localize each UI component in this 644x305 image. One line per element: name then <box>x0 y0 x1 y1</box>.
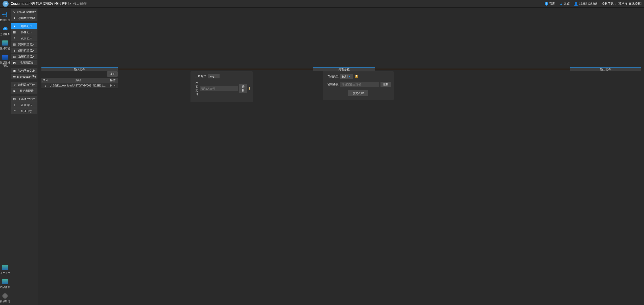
sidebar-item-1[interactable]: 🎙原始数据管理 <box>11 15 37 21</box>
row-settings-icon[interactable]: ⚙ <box>109 84 112 87</box>
image-icon: ▦ <box>13 31 16 34</box>
auth-value: [顾桐洋 在线授权] <box>618 2 641 6</box>
bars-icon: ⫼ <box>13 49 16 52</box>
workflow-step-output: 输出文件 <box>570 67 641 71</box>
table-row: 1 共2条D:\download\ASTGTMV003_N22E113\ASTG… <box>41 83 118 88</box>
params-panel: 三角算法 vcg ▼ 水面文件 选择 ? <box>190 71 253 102</box>
rail-label: 数据处理 <box>0 19 10 22</box>
sidebar-item-0[interactable]: ⚙数据处理流程图 <box>11 9 37 15</box>
sidebar-item-label: 实例模型切片 <box>17 42 36 46</box>
outpath-label: 输出路径 <box>325 82 339 86</box>
sidebar-item-label: 数据库配置 <box>17 89 36 93</box>
workflow-step-params: 处理参数 <box>313 67 375 71</box>
box-icon: ▣ <box>13 69 16 72</box>
settings-link[interactable]: ⚙ 设置 <box>559 2 570 6</box>
output-panel: 存储类型 散列 ▼ ? 输出路径 选择 提交处理 <box>323 71 394 100</box>
sidebar-item-8[interactable]: ◩地形高度图 <box>11 60 37 65</box>
main-content: 输入文件 处理参数 输出文件 添加 序号 路径 操作 <box>38 8 644 305</box>
storage-label: 存储类型 <box>325 75 339 78</box>
app-header: LAB CesiumLab地理信息基础数据处理平台 V3.1.5最新 ? 帮助 … <box>0 0 644 8</box>
svg-point-5 <box>6 16 7 17</box>
rail-3dview-new[interactable]: 新版三维可视 <box>0 52 10 69</box>
rail-distribute[interactable]: 分发服务 <box>0 24 10 38</box>
sidebar-menu: ⚙数据处理流程图🎙原始数据管理▲地形切片▦影像切片⁘点云切片◫实例模型切片⫼倾斜… <box>10 8 38 305</box>
sidebar-item-label: 倾斜模型切片 <box>17 49 36 52</box>
outpath-choose-button[interactable]: 选择 <box>380 82 391 87</box>
storage-value: 散列 <box>342 75 348 78</box>
rail-label: 新版三维可视 <box>0 61 10 67</box>
algo-label: 三角算法 <box>193 74 206 78</box>
chart-icon: ⫿ <box>13 103 16 106</box>
output-path-input[interactable] <box>340 82 379 87</box>
chevron-down-icon: ▼ <box>215 75 217 77</box>
sidebar-item-label: 处理日志 <box>17 109 36 113</box>
svg-point-3 <box>6 13 7 14</box>
sidebar-item-6[interactable]: ⫼倾斜模型切片 <box>11 48 37 53</box>
col-seq: 序号 <box>41 78 49 83</box>
help-link[interactable]: ? 帮助 <box>545 2 555 6</box>
sidebar-item-4[interactable]: ⁘点云切片 <box>11 35 37 41</box>
cell-path: 共2条D:\download\ASTGTMV003_N22E113\ASTGTM… <box>49 83 108 88</box>
help-label: 帮助 <box>549 2 555 6</box>
cell-seq: 1 <box>41 83 49 88</box>
app-title: CesiumLab地理信息基础数据处理平台 <box>11 2 71 6</box>
water-file-input[interactable] <box>200 86 238 91</box>
chevron-down-icon: ▼ <box>349 75 351 78</box>
sidebar-item-label: 数据处理流程图 <box>17 10 36 14</box>
row-delete-icon[interactable]: ✕ <box>114 84 116 87</box>
building-icon: ▥ <box>13 55 16 58</box>
rail-3dview[interactable]: 三维可视 <box>0 38 10 52</box>
settings-label: 设置 <box>564 2 570 6</box>
sidebar-item-label: 原始数据管理 <box>17 16 36 20</box>
sidebar-item-11[interactable]: ↻散列紧凑互转 <box>11 82 37 88</box>
cube-icon: ◫ <box>13 43 16 46</box>
rail-label: 分发服务 <box>0 33 10 36</box>
sidebar-item-14[interactable]: ⫿正在运行 <box>11 102 37 108</box>
sidebar-item-13[interactable]: ▤工具使用统计 <box>11 96 37 102</box>
sidebar-item-label: 地形切片 <box>17 24 36 28</box>
sidebar-item-label: Revit导出CLM <box>17 69 36 73</box>
rail-products[interactable]: 产品体系 <box>0 277 10 291</box>
water-choose-button[interactable]: 选择 <box>239 84 247 93</box>
svg-point-4 <box>3 14 4 15</box>
left-rail: 数据处理 分发服务 三维可视 新版三维可视 开发人员 <box>0 8 10 305</box>
sidebar-item-3[interactable]: ▦影像切片 <box>11 29 37 35</box>
rail-developers[interactable]: 开发人员 <box>0 263 10 277</box>
mic-icon: 🎙 <box>13 16 16 19</box>
storage-dropdown[interactable]: 散列 ▼ <box>340 74 353 79</box>
help-icon[interactable]: ? <box>355 75 358 78</box>
sidebar-item-label: 影像切片 <box>17 30 36 34</box>
help-icon: ? <box>545 2 548 6</box>
refresh-icon: ↻ <box>13 83 16 86</box>
workflow-step-input: 输入文件 <box>41 67 118 71</box>
rail-auth-details[interactable]: 授权详情 <box>0 291 10 305</box>
sidebar-item-5[interactable]: ◫实例模型切片 <box>11 41 37 47</box>
workflow-bar: 输入文件 处理参数 输出文件 <box>41 67 641 71</box>
sidebar-item-7[interactable]: ▥通用模型切片 <box>11 54 37 59</box>
algo-dropdown[interactable]: vcg ▼ <box>208 74 220 78</box>
sidebar-item-label: 点云切片 <box>17 36 36 40</box>
car-icon <box>2 40 8 46</box>
user-link[interactable]: 👤 17858135865 <box>574 2 598 6</box>
sidebar-item-2[interactable]: ▲地形切片 <box>11 23 37 29</box>
col-op: 操作 <box>108 78 118 83</box>
sidebar-item-12[interactable]: ◉数据库配置 <box>11 88 37 94</box>
sidebar-item-9[interactable]: ▣Revit导出CLM <box>11 68 37 73</box>
sidebar-item-15[interactable]: ↶处理日志 <box>11 108 37 114</box>
help-icon[interactable]: ? <box>249 87 250 90</box>
submit-button[interactable]: 提交处理 <box>348 90 368 96</box>
auth-info[interactable]: 授权信息： [顾桐洋 在线授权] <box>602 2 641 6</box>
rail-data-processing[interactable]: 数据处理 <box>0 10 10 24</box>
db-icon: ◉ <box>13 89 16 93</box>
add-file-button[interactable]: 添加 <box>107 71 118 77</box>
sidebar-item-label: 地形高度图 <box>17 61 36 64</box>
sidebar-item-10[interactable]: ▭Microstation导出CLM <box>11 74 37 79</box>
wf-input-label: 输入文件 <box>74 68 85 71</box>
globe-icon <box>2 293 8 299</box>
height-icon: ◩ <box>13 61 16 64</box>
workflow-connector <box>375 69 570 69</box>
input-panel: 添加 序号 路径 操作 1 共2条D:\download\ASTGTMV003_… <box>41 71 118 88</box>
user-label: 17858135865 <box>579 2 598 6</box>
sidebar-item-label: 正在运行 <box>17 103 36 107</box>
car-icon <box>2 265 8 271</box>
